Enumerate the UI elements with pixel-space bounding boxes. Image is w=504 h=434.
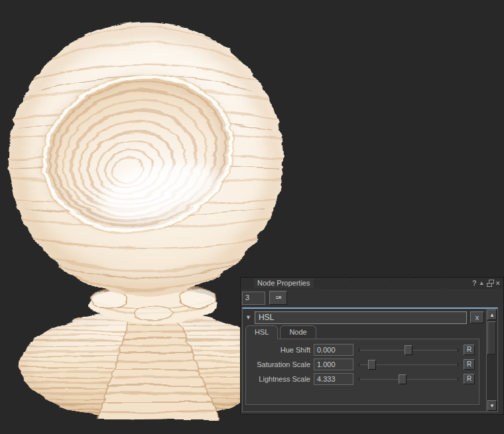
slider-handle[interactable]: [405, 345, 412, 355]
saturation-scale-input[interactable]: 1.000: [314, 358, 353, 370]
lightness-scale-input[interactable]: 4.333: [314, 373, 353, 385]
param-label: Saturation Scale: [247, 360, 314, 368]
lightness-scale-slider[interactable]: [359, 374, 458, 385]
properties-bin-toolbar: 3 ≡×: [241, 289, 503, 307]
reset-button[interactable]: R: [464, 345, 475, 355]
close-panel-icon[interactable]: ×: [496, 278, 500, 288]
reset-button[interactable]: R: [464, 359, 475, 370]
param-row-lightness-scale: Lightness Scale 4.333 R: [247, 372, 476, 386]
slider-track: [359, 379, 458, 380]
saturation-scale-slider[interactable]: [359, 359, 458, 370]
tab-content: Hue Shift 0.000 R Saturation Scale 1.000: [245, 339, 479, 405]
hue-shift-input[interactable]: 0.000: [314, 344, 353, 356]
node-name-input[interactable]: HSL: [255, 311, 467, 324]
max-panels-input[interactable]: 3: [242, 292, 265, 305]
scrollbar[interactable]: ▲ ▼: [486, 309, 497, 411]
close-node-button[interactable]: x: [470, 311, 484, 323]
scroll-up-icon[interactable]: ▲: [487, 309, 497, 320]
panel-title: Node Properties: [254, 278, 314, 288]
param-row-saturation-scale: Saturation Scale 1.000 R: [247, 357, 476, 372]
scroll-down-icon[interactable]: ▼: [487, 400, 497, 411]
param-label: Lightness Scale: [247, 375, 314, 383]
reset-button[interactable]: R: [464, 374, 475, 384]
collapse-arrow-icon[interactable]: ▼: [245, 314, 251, 321]
node-panel-header: ▼ HSL x: [243, 309, 486, 325]
param-label: Hue Shift: [247, 346, 314, 354]
slider-handle[interactable]: [399, 374, 407, 384]
dock-icon[interactable]: ▲: [479, 278, 485, 288]
scrollbar-thumb[interactable]: [487, 321, 496, 354]
node-properties-panel: Node Properties ? ▲ × 3 ≡× ▼ HSL x HSL N…: [240, 277, 504, 415]
titlebar-icons: ? ▲ ×: [472, 278, 500, 288]
restore-icon[interactable]: [487, 280, 494, 287]
clear-bin-button[interactable]: ≡×: [269, 291, 287, 305]
tab-hsl[interactable]: HSL: [245, 325, 278, 339]
node-panel: ▼ HSL x HSL Node Hue Shift 0.000 R: [243, 309, 486, 411]
node-tabs: HSL Node: [243, 325, 486, 339]
clear-bin-icon: ≡×: [275, 294, 281, 301]
tab-node[interactable]: Node: [280, 325, 316, 339]
help-icon[interactable]: ?: [472, 278, 477, 288]
properties-bin-scrollarea: ▼ HSL x HSL Node Hue Shift 0.000 R: [242, 307, 498, 412]
hue-shift-slider[interactable]: [359, 345, 458, 356]
slider-handle[interactable]: [368, 360, 376, 370]
param-row-hue-shift: Hue Shift 0.000 R: [247, 343, 476, 357]
panel-titlebar[interactable]: Node Properties ? ▲ ×: [241, 278, 503, 289]
